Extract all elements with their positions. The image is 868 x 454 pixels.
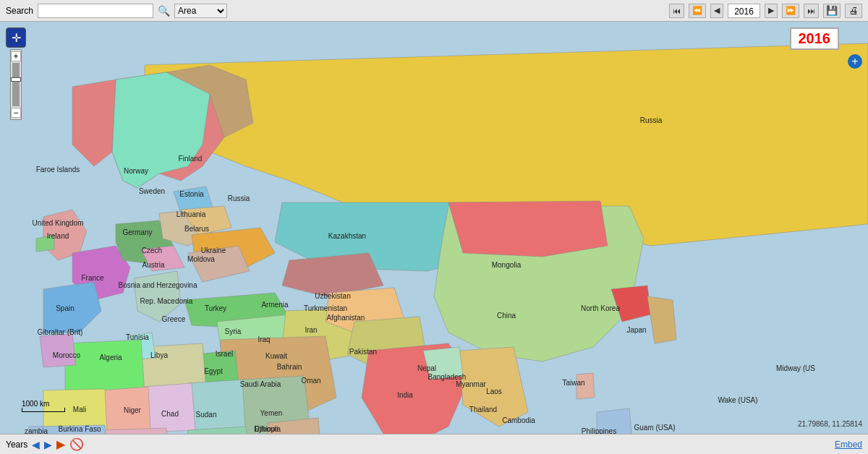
embed-link[interactable]: Embed [835,440,862,450]
print-button[interactable]: 🖨 [845,4,862,18]
nav-prev-button[interactable]: ◀ [710,4,723,18]
scale-bar: 1000 km [22,400,65,412]
coordinates: 21.79868, 11.25814 [798,420,862,428]
nav-next-fast-button[interactable]: ⏩ [782,4,799,18]
pan-button[interactable]: ✛ [6,27,26,48]
year-display: 2016 [728,4,760,18]
stop-button[interactable]: 🚫 [69,437,84,451]
save-button[interactable]: 💾 [823,4,841,18]
bottom-bar: Years ◀ ▶ ▶ 🚫 Embed [0,434,868,454]
nav-first-button[interactable]: ⏮ [669,4,684,18]
map-container[interactable]: Russia Russia Kazakhstan China Mongolia … [0,22,868,434]
scale-label: 1000 km [22,400,65,408]
search-input[interactable] [38,4,153,18]
play-button[interactable]: ▶ [56,437,65,451]
zoom-track[interactable] [12,63,20,106]
zoom-controls: ✛ + − [6,27,26,120]
expand-button[interactable]: + [848,54,862,69]
search-button[interactable]: 🔍 [158,5,170,17]
area-select[interactable]: AreaWorldEuropeAsiaAmericasAfrica [174,4,227,18]
search-label: Search [6,6,33,16]
years-label: Years [6,440,27,450]
nav-prev-fast-button[interactable]: ⏪ [689,4,706,18]
timeline-next-button[interactable]: ▶ [44,439,52,450]
nav-last-button[interactable]: ⏭ [804,4,819,18]
zoom-out-button[interactable]: − [11,108,21,118]
nav-next-button[interactable]: ▶ [765,4,778,18]
year-badge: 2016 [790,27,840,50]
zoom-in-button[interactable]: + [11,51,21,61]
zoom-thumb[interactable] [11,77,21,82]
toolbar: Search 🔍 AreaWorldEuropeAsiaAmericasAfri… [0,0,868,22]
scale-line [22,408,65,412]
zoom-slider[interactable]: + − [10,49,22,120]
map-svg: Russia Russia Kazakhstan China Mongolia … [0,22,868,434]
timeline-prev-button[interactable]: ◀ [32,439,40,450]
